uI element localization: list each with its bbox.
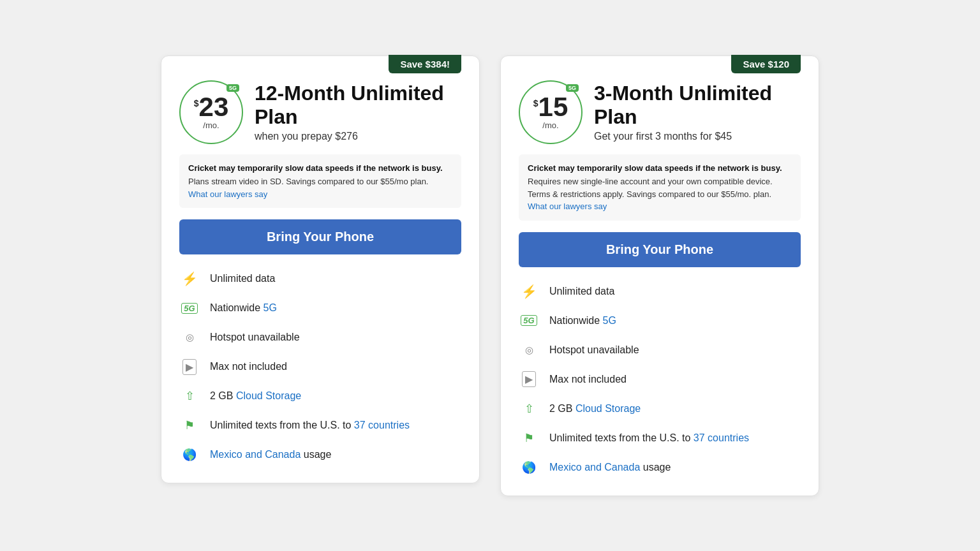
feature-icon-globe: 🌎 xyxy=(519,457,539,478)
feature-icon-lightning: ⚡ xyxy=(519,281,539,302)
feature-item: ▶ Max not included xyxy=(179,356,461,377)
price-circle: 5G $ 23 /mo. xyxy=(179,80,243,144)
feature-icon-hotspot: ◎ xyxy=(519,340,539,360)
disclaimer-link[interactable]: What our lawyers say xyxy=(528,202,607,211)
plan-name: 3-Month Unlimited Plan xyxy=(594,82,801,129)
price-dollar: $ xyxy=(533,99,538,108)
5g-badge: 5G xyxy=(226,84,239,92)
feature-text: Unlimited texts from the U.S. to 37 coun… xyxy=(549,432,749,444)
bring-phone-button[interactable]: Bring Your Phone xyxy=(179,219,461,254)
feature-icon-flag: ⚑ xyxy=(519,428,539,448)
feature-text: Max not included xyxy=(549,374,627,385)
plan-title: 12-Month Unlimited Plan when you prepay … xyxy=(255,82,461,143)
flag-icon: ⚑ xyxy=(184,418,195,432)
price-amount: 15 xyxy=(538,94,568,121)
feature-item: 5G Nationwide 5G xyxy=(519,311,801,331)
lightning-icon: ⚡ xyxy=(521,284,537,299)
price-mo: /mo. xyxy=(542,121,558,130)
hotspot-icon: ◎ xyxy=(186,332,194,343)
5g-badge: 5G xyxy=(566,84,579,92)
feature-icon-tv: ▶ xyxy=(179,356,200,377)
5g-icon: 5G xyxy=(181,303,197,314)
feature-text: 2 GB Cloud Storage xyxy=(549,403,641,415)
feature-icon-flag: ⚑ xyxy=(179,415,200,436)
disclaimer-text: Plans stream video in SD. Savings compar… xyxy=(188,177,428,186)
globe-icon: 🌎 xyxy=(182,448,197,462)
feature-icon-tv: ▶ xyxy=(519,369,539,390)
plans-container: Save $384! 5G $ 23 /mo. 12-Month Unlimit… xyxy=(107,55,873,496)
feature-text: Unlimited data xyxy=(210,273,275,284)
feature-text: 2 GB Cloud Storage xyxy=(210,390,301,402)
feature-icon-lightning: ⚡ xyxy=(179,268,200,289)
feature-text: Nationwide 5G xyxy=(210,302,277,314)
feature-link[interactable]: Cloud Storage xyxy=(575,403,641,414)
feature-text: Hotspot unavailable xyxy=(549,344,639,356)
feature-list: ⚡ Unlimited data 5G Nationwide 5G ◎ Hots… xyxy=(179,268,461,465)
feature-item: ⚡ Unlimited data xyxy=(179,268,461,289)
disclaimer-bold: Cricket may temporarily slow data speeds… xyxy=(188,162,452,175)
plan-header: 5G $ 15 /mo. 3-Month Unlimited Plan Get … xyxy=(519,80,801,144)
bring-phone-button[interactable]: Bring Your Phone xyxy=(519,232,801,267)
feature-icon-hotspot: ◎ xyxy=(179,327,200,348)
save-badge: Save $384! xyxy=(389,55,461,73)
feature-text: Hotspot unavailable xyxy=(210,332,300,343)
plan-disclaimer: Cricket may temporarily slow data speeds… xyxy=(179,154,461,209)
feature-text: Unlimited data xyxy=(549,286,614,297)
price-circle: 5G $ 15 /mo. xyxy=(519,80,583,144)
feature-item: ⚑ Unlimited texts from the U.S. to 37 co… xyxy=(519,428,801,448)
feature-icon-5g: 5G xyxy=(519,311,539,331)
feature-item: 🌎 Mexico and Canada usage xyxy=(179,444,461,465)
feature-link[interactable]: Mexico and Canada xyxy=(210,449,301,460)
plan-header: 5G $ 23 /mo. 12-Month Unlimited Plan whe… xyxy=(179,80,461,144)
feature-link[interactable]: 5G xyxy=(603,315,616,326)
feature-link[interactable]: 37 countries xyxy=(354,420,410,430)
feature-item: ◎ Hotspot unavailable xyxy=(179,327,461,348)
hotspot-icon: ◎ xyxy=(525,344,533,356)
save-badge: Save $120 xyxy=(731,55,801,73)
5g-icon: 5G xyxy=(521,315,537,326)
lightning-icon: ⚡ xyxy=(182,271,198,286)
feature-list: ⚡ Unlimited data 5G Nationwide 5G ◎ Hots… xyxy=(519,281,801,478)
feature-icon-globe: 🌎 xyxy=(179,444,200,465)
disclaimer-link[interactable]: What our lawyers say xyxy=(188,189,267,199)
feature-item: 5G Nationwide 5G xyxy=(179,298,461,318)
plan-card-plan-3month: Save $120 5G $ 15 /mo. 3-Month Unlimited… xyxy=(500,55,819,496)
feature-text: Mexico and Canada usage xyxy=(549,462,671,473)
feature-icon-cloud: ⇧ xyxy=(519,399,539,419)
cloud-icon: ⇧ xyxy=(524,402,534,416)
plan-name: 12-Month Unlimited Plan xyxy=(255,82,461,129)
feature-item: ⚑ Unlimited texts from the U.S. to 37 co… xyxy=(179,415,461,436)
feature-text: Mexico and Canada usage xyxy=(210,449,331,460)
disclaimer-text: Requires new single-line account and you… xyxy=(528,177,773,199)
feature-link[interactable]: Cloud Storage xyxy=(236,390,301,401)
feature-text: Max not included xyxy=(210,361,287,372)
feature-icon-5g: 5G xyxy=(179,298,200,318)
feature-text: Nationwide 5G xyxy=(549,315,616,327)
feature-item: ⇧ 2 GB Cloud Storage xyxy=(519,399,801,419)
feature-text: Unlimited texts from the U.S. to 37 coun… xyxy=(210,420,410,431)
tv-icon: ▶ xyxy=(522,371,536,387)
feature-item: ◎ Hotspot unavailable xyxy=(519,340,801,360)
plan-title: 3-Month Unlimited Plan Get your first 3 … xyxy=(594,82,801,143)
price-amount: 23 xyxy=(199,94,229,121)
feature-link[interactable]: 5G xyxy=(264,302,277,313)
feature-link[interactable]: 37 countries xyxy=(694,432,749,443)
feature-item: ▶ Max not included xyxy=(519,369,801,390)
flag-icon: ⚑ xyxy=(524,431,534,445)
feature-item: ⇧ 2 GB Cloud Storage xyxy=(179,386,461,406)
globe-icon: 🌎 xyxy=(522,460,536,474)
feature-item: 🌎 Mexico and Canada usage xyxy=(519,457,801,478)
plan-card-plan-12month: Save $384! 5G $ 23 /mo. 12-Month Unlimit… xyxy=(161,55,480,484)
feature-link[interactable]: Mexico and Canada xyxy=(549,462,640,473)
plan-subtitle: Get your first 3 months for $45 xyxy=(594,131,801,142)
disclaimer-bold: Cricket may temporarily slow data speeds… xyxy=(528,162,792,175)
price-mo: /mo. xyxy=(203,121,219,130)
plan-subtitle: when you prepay $276 xyxy=(255,131,461,142)
feature-item: ⚡ Unlimited data xyxy=(519,281,801,302)
plan-disclaimer: Cricket may temporarily slow data speeds… xyxy=(519,154,801,221)
cloud-icon: ⇧ xyxy=(185,389,195,403)
price-dollar: $ xyxy=(194,99,199,108)
tv-icon: ▶ xyxy=(182,359,197,375)
feature-icon-cloud: ⇧ xyxy=(179,386,200,406)
